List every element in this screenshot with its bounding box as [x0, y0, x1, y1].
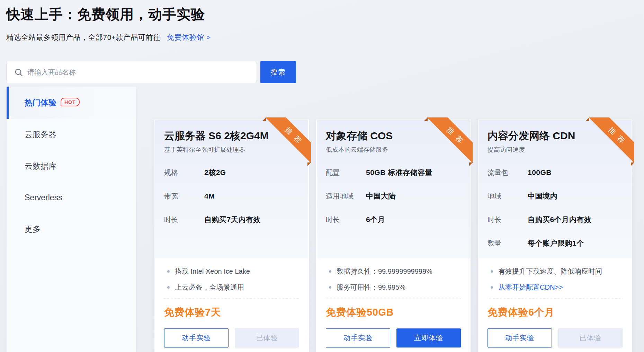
card-body: 数据持久性：99.9999999999% 服务可用性：99.995% 免费体验5…: [317, 258, 470, 347]
cdn-setup-guide-link[interactable]: 从零开始配置CDN>>: [498, 283, 563, 292]
hot-badge: HOT: [61, 98, 80, 106]
experience-now-button[interactable]: 立即体验: [396, 328, 461, 347]
dotted-divider: [326, 299, 461, 299]
free-offer-text: 免费体验7天: [164, 306, 299, 319]
spec-row: 规格 2核2G: [164, 161, 299, 184]
free-offer-text: 免费体验50GB: [326, 306, 461, 319]
hands-on-lab-button[interactable]: 动手实验: [326, 328, 390, 347]
spec-list: 规格 2核2G 带宽 4M 时长 自购买7天内有效: [164, 161, 299, 231]
card-header: 推荐 内容分发网络 CDN 提高访问速度 流量包 100GB 地域 中国境内 时…: [478, 120, 632, 258]
sidebar-item-label: 热门体验: [25, 98, 56, 107]
card-subtitle: 提高访问速度: [488, 146, 623, 154]
feature-list: 有效提升下载速度、降低响应时间 从零开始配置CDN>>: [488, 263, 623, 295]
sidebar-item-serverless[interactable]: Serverless: [7, 182, 136, 213]
spec-label: 时长: [164, 215, 204, 225]
spec-list: 配置 50GB 标准存储容量 适用地域 中国大陆 时长 6个月: [326, 161, 461, 231]
card-title: 内容分发网络 CDN: [488, 130, 623, 142]
feature-bullet: 数据持久性：99.9999999999%: [326, 263, 461, 279]
spec-value: 中国境内: [528, 191, 557, 201]
card-subtitle: 基于英特尔至强可扩展处理器: [164, 146, 299, 154]
search-bar: [6, 61, 256, 83]
bullet-dot-icon: [329, 286, 331, 289]
feature-text: 搭载 Intel Xeon Ice Lake: [175, 267, 250, 276]
sidebar-item-label: Serverless: [25, 193, 62, 202]
feature-list: 数据持久性：99.9999999999% 服务可用性：99.995%: [326, 263, 461, 295]
sidebar-item-label: 更多: [25, 225, 41, 234]
dotted-divider: [488, 299, 623, 299]
spec-value: 2核2G: [204, 168, 226, 177]
spec-label: 带宽: [164, 192, 204, 201]
feature-bullet: 有效提升下载速度、降低响应时间: [488, 263, 623, 279]
card-body: 有效提升下载速度、降低响应时间 从零开始配置CDN>> 免费体验6个月 动手实验…: [478, 258, 632, 347]
bullet-dot-icon: [491, 270, 493, 273]
card-subtitle: 低成本的云端存储服务: [326, 146, 461, 154]
spec-row: 配置 50GB 标准存储容量: [326, 161, 461, 184]
free-experience-hall-link[interactable]: 免费体验馆 >: [167, 33, 211, 41]
feature-text: 数据持久性：99.9999999999%: [337, 267, 432, 276]
sidebar-item-cloud-server[interactable]: 云服务器: [7, 119, 136, 150]
card-actions: 动手实验 已体验: [488, 328, 623, 347]
spec-label: 规格: [164, 168, 204, 177]
search-button[interactable]: 搜索: [260, 61, 296, 83]
spec-row: 数量 每个账户限购1个: [488, 231, 623, 255]
spec-list: 流量包 100GB 地域 中国境内 时长 自购买6个月内有效 数量 每个账户限购…: [488, 161, 623, 255]
spec-label: 流量包: [488, 168, 528, 177]
feature-bullet: 从零开始配置CDN>>: [488, 279, 623, 295]
feature-bullet: 搭载 Intel Xeon Ice Lake: [164, 263, 299, 279]
spec-row: 适用地域 中国大陆: [326, 184, 461, 208]
feature-text: 有效提升下载速度、降低响应时间: [498, 267, 602, 276]
product-card-cdn: 推荐 内容分发网络 CDN 提高访问速度 流量包 100GB 地域 中国境内 时…: [478, 120, 632, 352]
spec-label: 数量: [488, 239, 528, 248]
spec-row: 流量包 100GB: [488, 161, 623, 184]
feature-text: 上云必备，全场景通用: [175, 283, 244, 292]
spec-row: 时长 6个月: [326, 208, 461, 231]
spec-label: 配置: [326, 168, 366, 177]
card-header: 推荐 云服务器 S6 2核2G4M 基于英特尔至强可扩展处理器 规格 2核2G …: [155, 120, 308, 258]
page-title: 快速上手：免费领用，动手实验: [6, 5, 205, 24]
spec-value: 中国大陆: [366, 191, 396, 201]
spec-row: 地域 中国境内: [488, 184, 623, 208]
feature-list: 搭载 Intel Xeon Ice Lake 上云必备，全场景通用: [164, 263, 299, 295]
search-input[interactable]: [7, 61, 256, 83]
hands-on-lab-button[interactable]: 动手实验: [164, 328, 229, 347]
spec-label: 适用地域: [326, 192, 366, 201]
spec-row: 时长 自购买6个月内有效: [488, 208, 623, 231]
spec-label: 地域: [488, 192, 528, 201]
spec-row: 带宽 4M: [164, 184, 299, 208]
bullet-dot-icon: [491, 286, 493, 289]
spec-label: 时长: [326, 215, 366, 225]
bullet-dot-icon: [329, 270, 331, 273]
card-header: 推荐 对象存储 COS 低成本的云端存储服务 配置 50GB 标准存储容量 适用…: [317, 120, 470, 258]
spec-value: 6个月: [366, 215, 385, 225]
sidebar-item-cloud-database[interactable]: 云数据库: [7, 150, 136, 182]
spec-value: 自购买6个月内有效: [528, 215, 591, 225]
already-experienced-button[interactable]: 已体验: [558, 328, 623, 347]
spec-label: 时长: [488, 215, 528, 225]
subtitle-text: 精选全站最多领用产品，全部70+款产品可前往: [6, 33, 161, 41]
feature-bullet: 服务可用性：99.995%: [326, 279, 461, 295]
spec-value: 自购买7天内有效: [204, 215, 261, 225]
product-card-cos: 推荐 对象存储 COS 低成本的云端存储服务 配置 50GB 标准存储容量 适用…: [316, 120, 471, 352]
sidebar-item-more[interactable]: 更多: [7, 213, 136, 245]
dotted-divider: [164, 299, 299, 299]
spec-value: 100GB: [528, 168, 552, 177]
free-offer-text: 免费体验6个月: [488, 306, 623, 319]
sidebar-item-label: 云服务器: [25, 130, 56, 139]
card-actions: 动手实验 立即体验: [326, 328, 461, 347]
sidebar-item-hot-experience[interactable]: 热门体验HOT: [7, 87, 136, 119]
bullet-dot-icon: [167, 270, 170, 273]
feature-bullet: 上云必备，全场景通用: [164, 279, 299, 295]
product-card-cvm: 推荐 云服务器 S6 2核2G4M 基于英特尔至强可扩展处理器 规格 2核2G …: [154, 120, 309, 352]
sidebar: 热门体验HOT 云服务器 云数据库 Serverless 更多: [7, 87, 136, 352]
spec-value: 每个账户限购1个: [528, 238, 584, 248]
hands-on-lab-button[interactable]: 动手实验: [488, 328, 552, 347]
spec-value: 4M: [204, 192, 215, 200]
card-actions: 动手实验 已体验: [164, 328, 299, 347]
spec-value: 50GB 标准存储容量: [366, 168, 432, 177]
card-title: 云服务器 S6 2核2G4M: [164, 130, 299, 142]
card-body: 搭载 Intel Xeon Ice Lake 上云必备，全场景通用 免费体验7天…: [155, 258, 308, 347]
page-subtitle: 精选全站最多领用产品，全部70+款产品可前往 免费体验馆 >: [6, 33, 211, 42]
already-experienced-button[interactable]: 已体验: [235, 328, 299, 347]
spec-row: 时长 自购买7天内有效: [164, 208, 299, 231]
feature-text: 服务可用性：99.995%: [337, 283, 405, 292]
